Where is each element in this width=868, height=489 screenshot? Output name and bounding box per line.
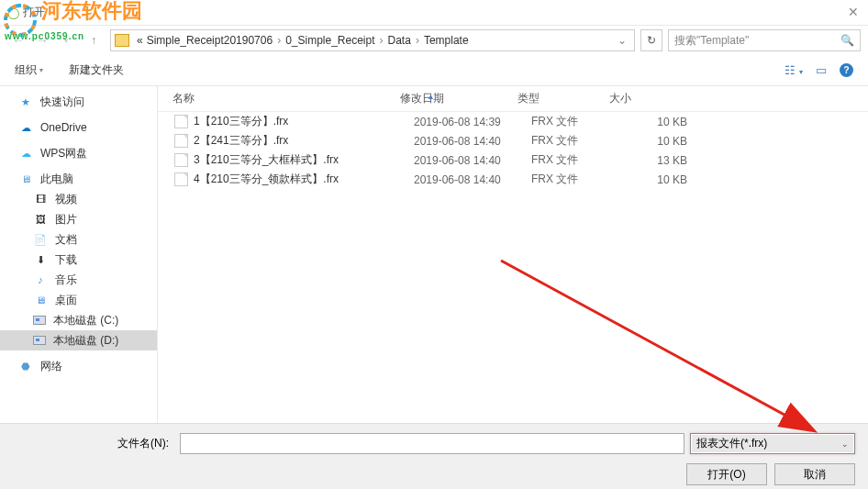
breadcrumb-prefix: « (135, 34, 145, 47)
file-name: 2【241三等分】.frx (194, 133, 414, 149)
file-date: 2019-06-08 14:40 (414, 135, 531, 148)
nav-row: ← → ▾ ↑ « Simple_Receipt20190706› 0_Simp… (0, 26, 868, 55)
file-icon (174, 115, 188, 128)
file-icon (174, 172, 188, 186)
sidebar-item-documents[interactable]: 📄文档 (0, 229, 157, 250)
column-name[interactable]: 名称 (167, 91, 395, 106)
preview-pane-icon[interactable]: ▭ (816, 63, 827, 77)
filetype-select[interactable]: 报表文件(*.frx)⌄ (690, 433, 855, 454)
sidebar-item-wps[interactable]: ☁WPS网盘 (0, 143, 157, 163)
sort-indicator-icon: ▴ (428, 91, 433, 101)
file-name: 4【210三等分_领款样式】.frx (194, 172, 414, 187)
breadcrumb-item[interactable]: Simple_Receipt20190706 (145, 34, 274, 47)
back-button[interactable]: ← (7, 29, 29, 51)
forward-button[interactable]: → (31, 29, 53, 51)
toolbar: 组织▾ 新建文件夹 ☷ ▾ ▭ ? (0, 55, 868, 86)
breadcrumb-item[interactable]: Data (386, 34, 413, 47)
cancel-button[interactable]: 取消 (774, 463, 855, 485)
file-icon (174, 153, 188, 167)
file-date: 2019-06-08 14:39 (414, 116, 531, 128)
sidebar-item-downloads[interactable]: ⬇下载 (0, 250, 157, 270)
sidebar-item-this-pc[interactable]: 🖥此电脑 (0, 169, 157, 189)
close-icon[interactable]: ✕ (848, 6, 859, 18)
breadcrumb[interactable]: « Simple_Receipt20190706› 0_Simple_Recei… (110, 29, 635, 51)
sidebar-item-network[interactable]: ⬣网络 (0, 356, 157, 376)
breadcrumb-item[interactable]: 0_Simple_Receipt (284, 34, 376, 47)
file-type: FRX 文件 (531, 152, 623, 168)
file-name: 1【210三等分】.frx (194, 114, 414, 129)
column-headers: 名称 修改日期 类型 大小 ▴ (158, 86, 868, 112)
help-icon[interactable]: ? (840, 63, 853, 77)
file-size: 10 KB (623, 173, 715, 186)
file-name: 3【210三等分_大框样式】.frx (194, 152, 414, 168)
file-type: FRX 文件 (531, 133, 623, 149)
window-title: ◯ 打开 (7, 5, 45, 20)
app-icon: ◯ (7, 6, 19, 19)
file-type: FRX 文件 (531, 114, 623, 129)
column-modified[interactable]: 修改日期 (395, 91, 512, 106)
breadcrumb-dropdown-icon[interactable]: ⌄ (614, 34, 630, 47)
sidebar-item-quick-access[interactable]: ★快速访问 (0, 92, 157, 112)
file-type: FRX 文件 (531, 172, 623, 187)
file-row[interactable]: 3【210三等分_大框样式】.frx 2019-06-08 14:40 FRX … (158, 150, 868, 170)
sidebar: ★快速访问 ☁OneDrive ☁WPS网盘 🖥此电脑 🎞视频 🖼图片 📄文档 … (0, 86, 158, 424)
view-options-icon[interactable]: ☷ ▾ (785, 63, 803, 77)
svg-line-3 (501, 261, 813, 430)
filename-label: 文件名(N): (13, 436, 174, 451)
file-list: 名称 修改日期 类型 大小 ▴ 1【210三等分】.frx 2019-06-08… (158, 86, 868, 424)
file-date: 2019-06-08 14:40 (414, 173, 531, 186)
file-size: 10 KB (623, 116, 715, 128)
column-size[interactable]: 大小 (604, 91, 696, 106)
annotation-arrow (492, 251, 831, 444)
search-icon: 🔍 (840, 34, 854, 47)
folder-icon (115, 34, 129, 47)
file-size: 13 KB (623, 154, 715, 167)
file-row[interactable]: 2【241三等分】.frx 2019-06-08 14:40 FRX 文件 10… (158, 131, 868, 150)
bottom-bar: 文件名(N): 报表文件(*.frx)⌄ 打开(O) 取消 (0, 423, 868, 489)
filename-input[interactable] (180, 433, 684, 454)
file-icon (174, 134, 188, 148)
search-placeholder: 搜索"Template" (674, 33, 749, 49)
sidebar-item-drive-d[interactable]: 本地磁盘 (D:) (0, 330, 157, 350)
column-type[interactable]: 类型 (512, 91, 604, 106)
recent-dropdown-icon[interactable]: ▾ (55, 29, 77, 51)
file-date: 2019-06-08 14:40 (414, 154, 531, 167)
refresh-button[interactable]: ↻ (640, 29, 662, 51)
new-folder-button[interactable]: 新建文件夹 (69, 62, 124, 78)
sidebar-item-pictures[interactable]: 🖼图片 (0, 209, 157, 229)
sidebar-item-music[interactable]: ♪音乐 (0, 270, 157, 290)
organize-menu[interactable]: 组织▾ (15, 62, 43, 78)
file-size: 10 KB (623, 135, 715, 148)
search-input[interactable]: 搜索"Template" 🔍 (668, 29, 861, 51)
breadcrumb-item[interactable]: Template (422, 34, 471, 47)
sidebar-item-desktop[interactable]: 🖥桌面 (0, 290, 157, 310)
file-row[interactable]: 1【210三等分】.frx 2019-06-08 14:39 FRX 文件 10… (158, 112, 868, 131)
open-button[interactable]: 打开(O) (686, 463, 767, 485)
up-button[interactable]: ↑ (83, 29, 105, 51)
sidebar-item-onedrive[interactable]: ☁OneDrive (0, 117, 157, 138)
titlebar: ◯ 打开 ✕ (0, 0, 868, 26)
sidebar-item-drive-c[interactable]: 本地磁盘 (C:) (0, 310, 157, 330)
sidebar-item-videos[interactable]: 🎞视频 (0, 189, 157, 209)
file-row[interactable]: 4【210三等分_领款样式】.frx 2019-06-08 14:40 FRX … (158, 170, 868, 189)
